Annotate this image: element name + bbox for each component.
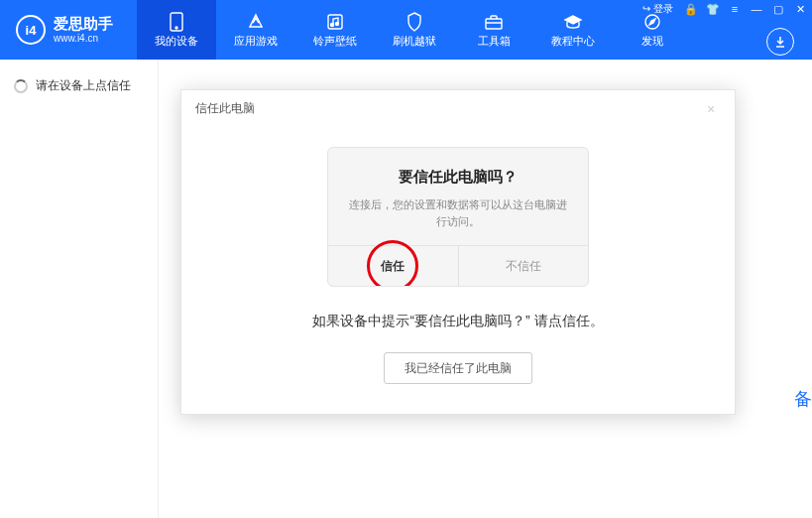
app-subtitle: www.i4.cn (54, 33, 113, 44)
trust-button[interactable]: 信任 (328, 246, 459, 286)
logo-icon: i4 (16, 15, 46, 45)
flash-icon (405, 12, 424, 32)
close-icon[interactable]: × (707, 102, 721, 116)
main-area: 请在设备上点信任 备 信任此电脑 × 要信任此电脑吗？ 连接后，您的设置和数据将… (0, 60, 812, 518)
maximize-button[interactable]: ▢ (770, 2, 786, 16)
nav-label: 教程中心 (551, 34, 595, 49)
ringtone-icon (325, 12, 345, 32)
prompt-desc: 连接后，您的设置和数据将可以从这台电脑进行访问。 (346, 196, 570, 229)
sidebar-status-row: 请在设备上点信任 (0, 71, 158, 100)
nav-label: 铃声壁纸 (313, 34, 357, 49)
nav-label: 我的设备 (155, 34, 198, 49)
trust-label: 信任 (381, 258, 405, 275)
svg-point-4 (336, 22, 339, 25)
nav-ringtones[interactable]: 铃声壁纸 (295, 0, 375, 60)
apps-icon (246, 12, 266, 32)
menu-icon[interactable]: ≡ (727, 2, 743, 16)
trust-dialog: 信任此电脑 × 要信任此电脑吗？ 连接后，您的设置和数据将可以从这台电脑进行访问… (180, 89, 736, 415)
nav-label: 应用游戏 (234, 34, 278, 49)
spinner-icon (14, 79, 28, 93)
nav-tutorial[interactable]: 教程中心 (533, 0, 613, 60)
dont-trust-label: 不信任 (506, 258, 541, 275)
tutorial-icon (563, 12, 583, 32)
login-link[interactable]: ↪ 登录 (638, 2, 677, 16)
login-label: 登录 (653, 3, 673, 14)
skin-icon[interactable]: 👕 (705, 2, 721, 16)
nav-flash[interactable]: 刷机越狱 (375, 0, 454, 60)
nav-my-device[interactable]: 我的设备 (137, 0, 216, 60)
svg-point-1 (175, 27, 177, 29)
minimize-button[interactable]: — (749, 2, 764, 16)
close-button[interactable]: ✕ (792, 2, 808, 16)
lock-icon[interactable]: 🔒 (683, 2, 699, 16)
prompt-card: 要信任此电脑吗？ 连接后，您的设置和数据将可以从这台电脑进行访问。 信任 不信任 (327, 147, 589, 287)
logo-area: i4 爱思助手 www.i4.cn (0, 0, 129, 60)
nav-apps[interactable]: 应用游戏 (216, 0, 295, 60)
toolbox-icon (484, 12, 504, 32)
download-button[interactable] (766, 28, 794, 56)
titlebar: ↪ 登录 🔒 👕 ≡ — ▢ ✕ (638, 2, 808, 16)
main-nav: 我的设备 应用游戏 铃声壁纸 刷机越狱 工具箱 (137, 0, 692, 60)
prompt-title: 要信任此电脑吗？ (346, 168, 570, 187)
content-area: 备 信任此电脑 × 要信任此电脑吗？ 连接后，您的设置和数据将可以从这台电脑进行… (159, 60, 812, 518)
svg-rect-5 (486, 19, 502, 29)
download-icon (773, 35, 787, 49)
svg-point-3 (331, 23, 334, 26)
sidebar-status-text: 请在设备上点信任 (36, 77, 131, 94)
logo-text: 爱思助手 www.i4.cn (54, 16, 113, 44)
app-header: i4 爱思助手 www.i4.cn 我的设备 应用游戏 铃声壁纸 (0, 0, 812, 60)
dialog-title: 信任此电脑 (195, 100, 255, 117)
bg-hint-text: 备 (794, 387, 812, 411)
nav-toolbox[interactable]: 工具箱 (454, 0, 533, 60)
dont-trust-button[interactable]: 不信任 (459, 246, 589, 286)
app-title: 爱思助手 (54, 16, 113, 33)
prompt-actions: 信任 不信任 (328, 245, 588, 286)
device-icon (167, 12, 186, 32)
nav-label: 工具箱 (478, 34, 511, 49)
svg-rect-2 (328, 15, 342, 29)
already-trusted-button[interactable]: 我已经信任了此电脑 (384, 352, 532, 384)
nav-label: 刷机越狱 (393, 34, 436, 49)
nav-label: 发现 (641, 34, 663, 49)
prompt-body: 要信任此电脑吗？ 连接后，您的设置和数据将可以从这台电脑进行访问。 (328, 148, 588, 245)
instruction-text: 如果设备中提示“要信任此电脑吗？” 请点信任。 (181, 313, 735, 330)
sidebar: 请在设备上点信任 (0, 60, 159, 518)
dialog-header: 信任此电脑 × (181, 90, 735, 127)
